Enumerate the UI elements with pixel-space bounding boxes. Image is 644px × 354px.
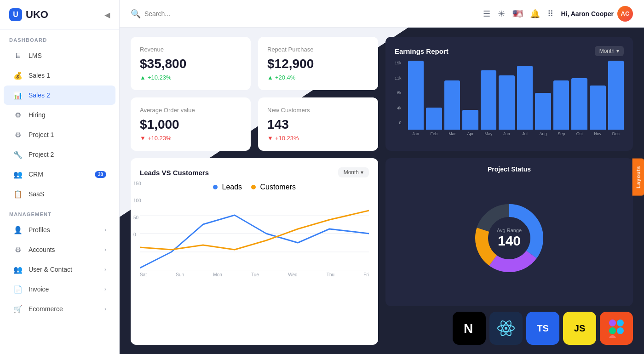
ecommerce-icon: 🛒: [13, 304, 23, 314]
leads-title: Leads VS Customers: [140, 169, 209, 177]
layouts-tab[interactable]: Layouts: [632, 158, 644, 195]
user-info[interactable]: Hi, Aaron Cooper AC: [561, 6, 633, 22]
sidebar-item-lms[interactable]: 🖥 LMS: [4, 46, 115, 65]
up-arrow-icon: ▲: [140, 74, 146, 81]
down-arrow-icon: ▼: [140, 135, 146, 142]
tech-logos-row: N TS: [385, 312, 633, 345]
earnings-title: Earnings Report: [395, 47, 448, 55]
chevron-icon: ›: [104, 286, 106, 292]
ts-label: TS: [537, 323, 549, 334]
search-box: 🔍: [131, 9, 477, 19]
header: 🔍 ☰ ☀ 🇺🇸 🔔 ⠿ Hi, Aaron Cooper AC: [120, 0, 644, 28]
section-label-dashboard: DASHBOARD: [0, 30, 119, 46]
sidebar-item-crm[interactable]: 👥 CRM 30: [4, 165, 115, 184]
js-label: JS: [574, 323, 585, 334]
sidebar-item-profiles[interactable]: 👤 Profiles ›: [4, 220, 115, 240]
flag-icon[interactable]: 🇺🇸: [512, 9, 523, 19]
figma-icon: [608, 319, 625, 338]
sidebar-item-invoice[interactable]: 📄 Invoice ›: [4, 280, 115, 299]
avgorder-change: ▼ +10.23%: [140, 135, 242, 142]
donut-chart-container: Avg Range 140: [395, 177, 624, 299]
sidebar-item-sales2[interactable]: 📊 Sales 2: [4, 86, 115, 105]
leads-svg: [140, 197, 369, 270]
bar-group: [590, 61, 606, 130]
avatar: AC: [617, 6, 633, 22]
main-area: 🔍 ☰ ☀ 🇺🇸 🔔 ⠿ Hi, Aaron Cooper AC Revenue…: [120, 0, 644, 354]
search-input[interactable]: [144, 10, 236, 17]
sidebar-item-label: Hiring: [29, 111, 46, 119]
legend-leads: Leads: [213, 183, 242, 191]
sidebar-item-label: Ecommerce: [29, 305, 63, 313]
bar-group: [481, 61, 497, 130]
logo-text: UKO: [26, 9, 48, 21]
sidebar-item-label: Sales 2: [29, 91, 50, 99]
typescript-logo: TS: [526, 312, 559, 345]
sidebar: U UKO ◀ DASHBOARD 🖥 LMS 💰 Sales 1 📊 Sale…: [0, 0, 120, 354]
sidebar-item-saas[interactable]: 📋 SaaS: [4, 184, 115, 204]
sidebar-item-label: Project 2: [29, 151, 54, 158]
collapse-button[interactable]: ◀: [104, 11, 110, 19]
react-icon: [496, 319, 516, 338]
chevron-icon: ›: [104, 306, 106, 312]
header-actions: ☰ ☀ 🇺🇸 🔔 ⠿ Hi, Aaron Cooper AC: [483, 6, 633, 22]
grid-icon[interactable]: ⠿: [547, 9, 553, 19]
svg-point-18: [617, 327, 624, 334]
logo-icon: U: [9, 8, 22, 21]
project2-icon: 🔧: [13, 149, 23, 160]
bar-group: [571, 61, 587, 130]
earnings-period-button[interactable]: Month ▾: [595, 46, 624, 56]
sales2-icon: 📊: [13, 90, 23, 100]
bar-group: [517, 61, 533, 130]
saas-icon: 📋: [13, 189, 23, 199]
sidebar-item-project2[interactable]: 🔧 Project 2: [4, 145, 115, 164]
sidebar-item-label: Profiles: [29, 226, 50, 234]
sidebar-item-label: User & Contact: [29, 266, 72, 273]
stat-repeat-card: Repeat Purchase $12,900 ▲ +20.4%: [258, 37, 378, 90]
donut-avg-value: 140: [497, 233, 522, 249]
legend-customers: Customers: [251, 183, 296, 191]
stat-revenue-card: Revenue $35,800 ▲ +10.23%: [131, 37, 251, 90]
react-logo: [489, 312, 523, 345]
leads-dot: [213, 185, 218, 189]
earnings-x-labels: JanFebMarAprMayJunJulAugSepOctNovDec: [408, 131, 624, 136]
sidebar-item-label: Sales 1: [29, 72, 50, 79]
svg-rect-16: [609, 327, 616, 334]
leads-card: Leads VS Customers Month ▾ Leads Custome…: [131, 158, 378, 345]
crm-badge: 30: [95, 171, 106, 178]
logo: U UKO: [9, 8, 48, 21]
theme-icon[interactable]: ☀: [498, 9, 505, 19]
leads-y-labels: 150 100 50 0: [133, 181, 141, 237]
bar-group: [426, 61, 442, 130]
sidebar-item-project1[interactable]: ⚙ Project 1: [4, 125, 115, 144]
revenue-value: $35,800: [140, 57, 242, 71]
stat-avgorder-card: Average Order value $1,000 ▼ +10.23%: [131, 97, 251, 151]
sidebar-item-hiring[interactable]: ⚙ Hiring: [4, 105, 115, 125]
sidebar-item-ecommerce[interactable]: 🛒 Ecommerce ›: [4, 299, 115, 319]
earnings-card: Earnings Report Month ▾ 15k 11k 8k 4k 0: [385, 37, 633, 151]
bar-group: [444, 61, 460, 130]
menu-icon[interactable]: ☰: [483, 9, 490, 19]
right-bottom-area: Project Status A: [385, 158, 633, 345]
svg-point-13: [505, 327, 507, 330]
svg-rect-15: [617, 320, 624, 326]
customers-dot: [251, 185, 256, 189]
customers-change: ▼ +10.23%: [267, 135, 369, 142]
chevron-icon: ›: [104, 266, 106, 273]
leads-period-button[interactable]: Month ▾: [338, 167, 369, 177]
sidebar-item-sales1[interactable]: 💰 Sales 1: [4, 66, 115, 85]
bell-icon[interactable]: 🔔: [530, 9, 540, 19]
leads-header: Leads VS Customers Month ▾: [140, 167, 369, 177]
stat-customers-card: New Customers 143 ▼ +10.23%: [258, 97, 378, 151]
earnings-bar-chart: [408, 61, 624, 130]
svg-rect-14: [609, 320, 616, 326]
leads-line-chart: [140, 197, 369, 270]
sidebar-item-user-contact[interactable]: 👥 User & Contact ›: [4, 260, 115, 279]
revenue-label: Revenue: [140, 46, 242, 53]
user-contact-icon: 👥: [13, 264, 23, 274]
sidebar-item-accounts[interactable]: ⚙ Accounts ›: [4, 240, 115, 259]
customers-value: 143: [267, 117, 369, 132]
repeat-label: Repeat Purchase: [267, 46, 369, 53]
project1-icon: ⚙: [13, 130, 23, 140]
nextjs-logo: N: [453, 312, 486, 345]
up-arrow-icon: ▲: [267, 74, 273, 81]
